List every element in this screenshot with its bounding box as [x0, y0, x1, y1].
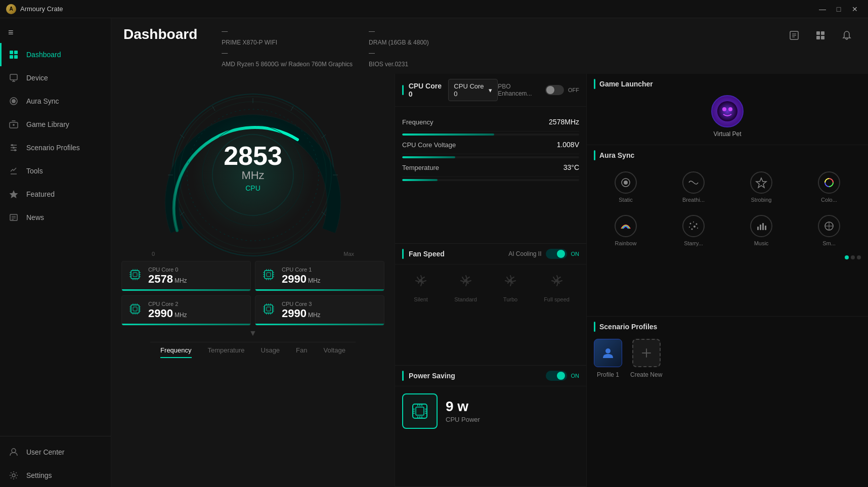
effect-music[interactable]: Music	[729, 211, 793, 250]
power-toggle[interactable]	[546, 371, 567, 381]
sidebar-item-scenario-profiles[interactable]: Scenario Profiles	[0, 136, 111, 159]
main-content: Dashboard — PRIME X870-P WIFI — AMD Ryze…	[111, 18, 868, 487]
strobing-effect-icon	[750, 171, 772, 194]
sidebar-item-tools[interactable]: Tools	[0, 159, 111, 183]
core-name-2: CPU Core 2	[148, 301, 244, 307]
svg-rect-2	[10, 55, 13, 59]
core-name-1: CPU Core 1	[282, 267, 378, 273]
standard-label: Standard	[454, 296, 477, 302]
minimize-button[interactable]: —	[815, 4, 830, 14]
profile-1-icon	[594, 339, 622, 367]
svg-rect-88	[265, 305, 273, 313]
tab-temperature[interactable]: Temperature	[208, 346, 245, 358]
metric-temp-value: 33°C	[563, 163, 579, 171]
maximize-button[interactable]: □	[832, 4, 846, 14]
user-center-icon	[8, 447, 19, 458]
svg-rect-89	[267, 307, 271, 311]
core-info-0: CPU Core 0 2578 MHz	[148, 267, 244, 286]
sidebar-item-game-library[interactable]: Game Library	[0, 113, 111, 136]
fan-mode-silent[interactable]: Silent	[412, 272, 430, 302]
app-logo: A	[6, 4, 16, 14]
effect-color-cycle[interactable]: Colo...	[797, 167, 861, 207]
tab-usage[interactable]: Usage	[261, 346, 280, 358]
report-icon[interactable]	[785, 26, 803, 45]
aura-pagination-dots	[594, 255, 861, 259]
tab-fan[interactable]: Fan	[296, 346, 307, 358]
smart-label: Sm...	[822, 240, 836, 246]
core-unit-1: MHz	[308, 277, 321, 284]
sidebar-label-dashboard: Dashboard	[26, 51, 61, 59]
scenario-header: Scenario Profiles	[594, 322, 861, 332]
effect-smart[interactable]: Sm...	[797, 211, 861, 250]
fan-mode-standard[interactable]: Standard	[454, 272, 477, 302]
core-freq-1: 2990	[282, 273, 307, 286]
svg-line-39	[212, 106, 215, 111]
effect-strobing[interactable]: Strobing	[729, 167, 793, 207]
core-freq-row-1: 2990 MHz	[282, 273, 378, 286]
color-cycle-label: Colo...	[821, 197, 837, 203]
ram-info: — DRAM (16GB & 4800)	[369, 26, 429, 48]
svg-rect-137	[762, 223, 764, 230]
featured-icon	[8, 189, 19, 200]
sidebar-item-dashboard[interactable]: Dashboard	[0, 43, 111, 66]
fan-mode-full[interactable]: Full speed	[544, 272, 570, 302]
sidebar-label-news: News	[26, 213, 44, 222]
scenario-create-new[interactable]: Create New	[630, 339, 662, 378]
tab-frequency[interactable]: Frequency	[160, 346, 191, 358]
standard-icon	[457, 272, 475, 293]
metric-voltage: CPU Core Voltage 1.008V	[402, 136, 579, 154]
sidebar-item-user-center[interactable]: User Center	[0, 440, 111, 464]
sidebar-bottom: User Center Settings	[0, 436, 111, 487]
close-button[interactable]: ✕	[848, 4, 862, 14]
aura-sync-header: Aura Sync	[594, 150, 861, 160]
effect-starry-night[interactable]: Starry...	[662, 211, 725, 250]
svg-point-105	[555, 279, 558, 282]
full-speed-icon	[548, 272, 566, 293]
svg-point-125	[624, 181, 628, 185]
tools-icon	[8, 165, 19, 176]
core-freq-row-3: 2990 MHz	[282, 307, 378, 320]
effect-breathing[interactable]: Breathi...	[662, 167, 725, 207]
cpu-dropdown[interactable]: CPU Core 0 ▾	[448, 79, 498, 101]
menu-toggle[interactable]: ≡	[0, 22, 111, 43]
sidebar-item-settings[interactable]: Settings	[0, 464, 111, 487]
create-new-icon	[632, 339, 661, 367]
power-watt: 9 w	[446, 399, 480, 415]
core-name-0: CPU Core 0	[148, 267, 244, 273]
metric-frequency: Frequency 2578MHz	[402, 113, 579, 131]
svg-point-133	[697, 228, 698, 229]
sidebar-item-device[interactable]: Device	[0, 66, 111, 90]
svg-point-130	[696, 224, 698, 225]
metric-temp-label: Temperature	[402, 164, 439, 171]
svg-rect-29	[821, 36, 824, 39]
power-toggle-row: ON	[546, 371, 580, 381]
sidebar-label-device: Device	[26, 74, 48, 82]
tab-voltage[interactable]: Voltage	[324, 346, 345, 358]
pbo-toggle[interactable]	[545, 85, 564, 95]
game-launcher-accent	[594, 79, 595, 89]
core-unit-0: MHz	[175, 277, 187, 284]
bios-info: — BIOS ver.0231	[369, 48, 429, 70]
sidebar-item-news[interactable]: News	[0, 206, 111, 229]
fan-toggle[interactable]	[546, 249, 567, 259]
scenario-profile-1[interactable]: Profile 1	[594, 339, 622, 378]
cpu-info: — AMD Ryzen 5 8600G w/ Radeon 760M Graph…	[222, 48, 353, 70]
cpu-icon-1	[262, 268, 276, 285]
gauge-label: CPU	[224, 184, 282, 192]
effect-static[interactable]: Static	[594, 167, 658, 207]
metric-freq-label: Frequency	[402, 118, 433, 126]
expand-arrow[interactable]: ▼	[249, 329, 257, 338]
fan-mode-turbo[interactable]: Turbo	[501, 272, 519, 302]
sidebar-item-aura-sync[interactable]: Aura Sync	[0, 90, 111, 113]
notification-icon[interactable]	[838, 26, 856, 45]
titlebar: A Armoury Crate — □ ✕	[0, 0, 868, 18]
svg-point-122	[722, 107, 726, 111]
effect-rainbow[interactable]: Rainbow	[594, 211, 658, 250]
rainbow-label: Rainbow	[615, 240, 637, 246]
grid-icon[interactable]	[811, 26, 830, 45]
gauge-center: 2853 MHz CPU	[224, 143, 282, 192]
sidebar-item-featured[interactable]: Featured	[0, 183, 111, 206]
power-card: 9 w CPU Power	[402, 393, 579, 429]
virtual-pet-item[interactable]: Virtual Pet	[594, 95, 861, 138]
svg-rect-47	[133, 273, 137, 277]
